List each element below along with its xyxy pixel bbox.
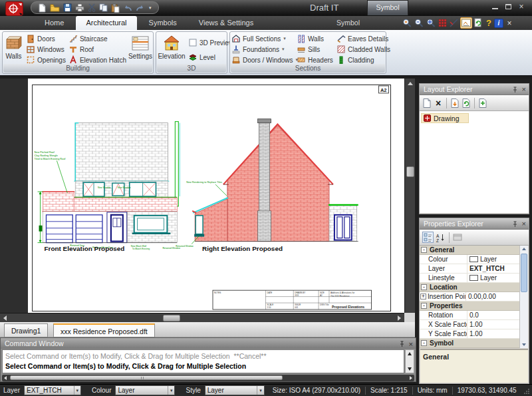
property-row[interactable]: Rotation0.0: [420, 311, 520, 320]
grid-scrollbar[interactable]: [519, 246, 528, 348]
copy-layout-icon[interactable]: [478, 98, 487, 108]
info-icon[interactable]: i: [494, 19, 503, 28]
command-vertical-scrollbar[interactable]: [405, 349, 414, 373]
zoom-extents-icon[interactable]: [426, 18, 436, 29]
pin-icon[interactable]: [512, 221, 518, 228]
redo-icon[interactable]: [136, 4, 145, 12]
delete-layout-icon[interactable]: ×: [434, 98, 443, 108]
scroll-up-icon[interactable]: [408, 352, 412, 355]
paste-icon[interactable]: [111, 3, 120, 13]
3d-preview-checkbox[interactable]: 3D Preview: [187, 37, 227, 48]
new-layout-icon[interactable]: [422, 98, 432, 108]
pin-icon[interactable]: [399, 341, 405, 347]
scroll-right-icon[interactable]: [410, 376, 412, 380]
drawing-canvas[interactable]: A2: [28, 79, 404, 313]
qat-customize-icon[interactable]: ▾: [149, 5, 152, 11]
maximize-button[interactable]: [501, 2, 515, 11]
sills-button[interactable]: Sills: [295, 44, 335, 55]
property-row[interactable]: X Scale Factor1.00: [420, 320, 520, 329]
tab-symbols[interactable]: Symbols: [139, 16, 187, 30]
roof-button[interactable]: Roof: [67, 44, 128, 55]
foundations-button[interactable]: Foundations▾: [230, 44, 295, 55]
style-dropdown[interactable]: Layer▾: [205, 385, 265, 395]
tab-home[interactable]: Home: [35, 16, 74, 30]
floating-symbol-tab[interactable]: Symbol: [367, 0, 408, 15]
doc-tab-drawing1[interactable]: Drawing1: [4, 323, 48, 337]
collapse-icon[interactable]: -: [421, 303, 427, 309]
panel-close-icon[interactable]: ×: [522, 218, 526, 230]
command-horizontal-scrollbar[interactable]: [2, 375, 414, 381]
vertical-scroll-thumb[interactable]: [406, 166, 414, 177]
expand-icon[interactable]: +: [420, 294, 426, 299]
sort-az-icon[interactable]: AZ: [436, 233, 446, 242]
app-icon[interactable]: [5, 1, 24, 17]
command-scroll-thumb[interactable]: [10, 375, 283, 380]
level-button[interactable]: Level: [187, 52, 227, 63]
canvas-horizontal-scrollbar[interactable]: [0, 313, 404, 322]
tab-views-settings[interactable]: Views & Settings: [189, 16, 263, 30]
import-layout-icon[interactable]: [450, 98, 460, 108]
property-row[interactable]: LayerEXT_HTCH: [420, 264, 520, 274]
pin-icon[interactable]: [512, 87, 518, 93]
front-elevation[interactable]: New Pitched Roof Clay Roofing Shingle Ti…: [35, 122, 181, 252]
scroll-left-icon[interactable]: [3, 315, 7, 321]
new-document-icon[interactable]: [38, 3, 47, 13]
property-row[interactable]: LinestyleLayer: [420, 274, 520, 283]
update-layout-icon[interactable]: [462, 98, 471, 108]
scroll-down-icon[interactable]: [522, 343, 526, 346]
tab-architectural[interactable]: Architectural: [76, 16, 136, 30]
scroll-left-icon[interactable]: [4, 376, 7, 380]
sections-walls-button[interactable]: Walls: [295, 33, 335, 44]
right-elevation[interactable]: New Rendering to Replace Tiles Retained …: [176, 119, 358, 252]
drawing-view-icon[interactable]: [460, 17, 472, 29]
collapse-icon[interactable]: -: [421, 340, 427, 346]
minimize-button[interactable]: [488, 2, 501, 11]
copy-icon[interactable]: [99, 3, 108, 12]
cladded-walls-button[interactable]: Cladded Walls: [335, 44, 386, 55]
scroll-down-icon[interactable]: [408, 367, 412, 371]
grid-scroll-thumb[interactable]: [521, 254, 527, 292]
ortho-snap-icon[interactable]: [449, 18, 459, 28]
drawing-sheet[interactable]: A2: [32, 85, 391, 311]
section-properties[interactable]: -Properties: [420, 301, 520, 311]
layer-dropdown[interactable]: EXT_HTCH▾: [24, 385, 81, 395]
collapse-icon[interactable]: -: [421, 284, 427, 290]
help-icon[interactable]: ?: [485, 18, 493, 28]
close-button[interactable]: ×: [515, 2, 528, 11]
section-symbol[interactable]: -Symbol: [420, 339, 520, 348]
section-general[interactable]: -General: [420, 246, 520, 255]
zoom-out-icon[interactable]: [414, 18, 424, 29]
scroll-up-icon[interactable]: [522, 248, 526, 250]
categorized-view-icon[interactable]: [422, 232, 434, 243]
layout-item-drawing[interactable]: Drawing: [421, 113, 469, 123]
print-icon[interactable]: [75, 3, 84, 12]
canvas-vertical-scrollbar[interactable]: [404, 79, 415, 322]
windows-button[interactable]: Windows: [25, 44, 67, 55]
doc-tab-residence[interactable]: xxx Residence Proposed.dft: [53, 323, 155, 337]
property-row[interactable]: ColourLayer: [420, 255, 520, 264]
grid-snap-icon[interactable]: [438, 18, 448, 28]
staircase-button[interactable]: Staircase: [67, 33, 128, 44]
panel-close-icon[interactable]: ×: [409, 339, 413, 349]
section-location[interactable]: -Location: [420, 283, 520, 292]
save-icon[interactable]: [63, 3, 72, 12]
undo-icon[interactable]: [123, 4, 132, 12]
ribbon-close-icon[interactable]: ×: [505, 19, 514, 28]
eaves-details-button[interactable]: Eaves Details: [335, 33, 386, 44]
command-history[interactable]: Select Command or Item(s) to Modify, Cli…: [2, 349, 404, 373]
property-row[interactable]: +Insertion Point0.00,0.00: [420, 292, 520, 301]
horizontal-scroll-thumb[interactable]: [163, 315, 180, 321]
doors-button[interactable]: Doors: [25, 33, 67, 44]
cut-icon[interactable]: [88, 3, 96, 12]
panel-close-icon[interactable]: ×: [522, 84, 526, 95]
zoom-in-icon[interactable]: [402, 18, 412, 29]
open-file-icon[interactable]: [50, 3, 60, 12]
scroll-right-icon[interactable]: [398, 315, 401, 321]
resize-grip[interactable]: [523, 387, 530, 394]
property-row[interactable]: Y Scale Factor1.00: [420, 329, 520, 339]
colour-dropdown[interactable]: Layer▾: [115, 385, 175, 395]
collapse-icon[interactable]: -: [421, 247, 427, 253]
full-sections-button[interactable]: Full Sections▾: [230, 33, 295, 44]
scroll-up-icon[interactable]: [408, 82, 413, 85]
refresh-icon[interactable]: [473, 18, 483, 28]
